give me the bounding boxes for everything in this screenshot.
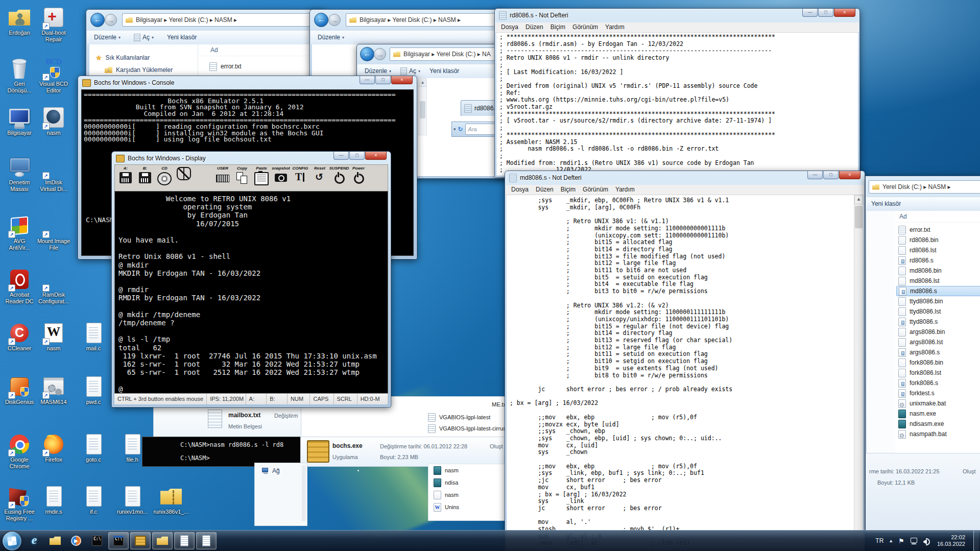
menu-item[interactable]: Yardım	[602, 22, 628, 32]
desktop-icon[interactable]: ↗ nasm	[34, 322, 73, 352]
taskbar-button[interactable]	[25, 533, 44, 549]
chevron-down-icon[interactable]: ▾	[453, 127, 456, 132]
bochs-toolbar-button[interactable]: SUSPEND	[330, 166, 348, 188]
bochs-toolbar-button[interactable]: Paste	[253, 166, 270, 188]
text-editor[interactable]: ; **************************************…	[496, 33, 858, 176]
close-button[interactable]: ×	[365, 152, 387, 160]
file-row[interactable]: md8086.bin	[896, 266, 980, 276]
taskbar-button[interactable]	[152, 532, 173, 549]
refresh-icon[interactable]: ↻	[458, 126, 463, 133]
file-row[interactable]: error.txt	[198, 61, 322, 71]
bochs-toolbar-button[interactable]: Reset	[311, 166, 328, 188]
file-row[interactable]: fork8086.s	[896, 378, 980, 388]
desktop-icon[interactable]: ↗ Erdoğan	[0, 6, 39, 36]
desktop-icon[interactable]: ↗ Acrobat Reader DC	[0, 268, 39, 305]
file-row[interactable]: md8086.s	[896, 286, 980, 296]
file-row[interactable]: fork8086.bin	[896, 357, 980, 368]
desktop-icon[interactable]: ↗ rmdir.s	[34, 485, 73, 515]
desktop-icon[interactable]: ↗ Bilgisayar	[0, 106, 39, 136]
bochs-toolbar-button[interactable]: Copy	[233, 166, 251, 188]
bochs-toolbar-button[interactable]	[195, 166, 212, 188]
column-header-name[interactable]: Ad	[895, 211, 980, 223]
volume-tray-icon[interactable]	[923, 537, 931, 544]
column-header-name[interactable]: Ad	[198, 44, 322, 56]
file-row[interactable]: nasm	[428, 464, 505, 476]
forward-button[interactable]: →	[328, 14, 341, 26]
maximize-button[interactable]: □	[818, 9, 833, 17]
minimize-button[interactable]: —	[802, 9, 818, 17]
file-row[interactable]: forktest.s	[896, 388, 980, 398]
desktop-icon[interactable]: ↗ pwd.c	[74, 375, 113, 405]
new-folder-button[interactable]: Yeni klasör	[167, 31, 197, 44]
file-row[interactable]: rd8086.bin	[896, 235, 980, 245]
menu-item[interactable]: Yardım	[612, 185, 638, 195]
close-button[interactable]: ×	[391, 76, 413, 84]
action-center-flag-icon[interactable]: ⚑	[898, 537, 904, 545]
file-row[interactable]: ttyd8086.lst	[896, 306, 980, 317]
tray-expand-icon[interactable]: ▲	[889, 538, 893, 543]
back-button[interactable]: ←	[90, 13, 105, 27]
desktop-icon[interactable]: ↗ mail.c	[74, 322, 113, 352]
bochs-toolbar-button[interactable]: CD	[156, 166, 173, 188]
file-row[interactable]: md8086.lst	[896, 276, 980, 286]
address-bar[interactable]: Bilgisayar ▸ Yerel Disk (C:) ▸ NASM ▸	[346, 13, 506, 27]
desktop-icon[interactable]: ↗ Denetim Masası	[0, 156, 39, 193]
maximize-button[interactable]: □	[349, 152, 365, 160]
clock[interactable]: 22:02 16.03.2022	[937, 534, 965, 547]
desktop-icon[interactable]: ↗ CCleaner	[0, 322, 39, 352]
file-row[interactable]: ttyd8086.bin	[896, 296, 980, 306]
bochs-toolbar-button[interactable]: A:	[117, 166, 134, 188]
menu-item[interactable]: Biçim	[547, 22, 569, 32]
file-row[interactable]: args8086.bin	[896, 327, 980, 337]
address-bar[interactable]: Bilgisayar ▸ Yerel Disk (C:) ▸ NA	[390, 47, 510, 61]
menu-item[interactable]: Dosya	[497, 22, 522, 32]
desktop-icon[interactable]: ↗ nasm	[34, 106, 73, 136]
open-menu-button[interactable]: Aç▾	[134, 31, 154, 44]
bochs-toolbar-button[interactable]: USER	[214, 166, 231, 188]
menu-item[interactable]: Görünüm	[569, 22, 602, 32]
organize-menu-button[interactable]: Düzenle▾	[94, 31, 121, 44]
sidebar-item-network[interactable]: Ağ	[255, 463, 307, 474]
menu-item[interactable]: Görünüm	[579, 185, 612, 195]
emulated-screen[interactable]: Welcome to RETRO UNIX 8086 v1 operating …	[114, 191, 388, 394]
file-row[interactable]: ttyd8086.s	[896, 317, 980, 327]
menu-item[interactable]: Düzen	[532, 185, 557, 195]
address-bar[interactable]: Bilgisayar ▸ Yerel Disk (C:) ▸ NASM ▸	[122, 13, 313, 27]
file-row[interactable]: error.txt	[896, 225, 980, 235]
address-bar[interactable]: Yerel Disk (C:) ▸ NASM ▸	[869, 180, 980, 194]
taskbar-button[interactable]	[130, 532, 151, 549]
maximize-button[interactable]: □	[375, 76, 391, 84]
taskbar-button[interactable]	[66, 533, 86, 549]
file-row[interactable]: VGABIOS-lgpl-latest	[425, 412, 490, 422]
scrollbar[interactable]	[302, 465, 306, 521]
file-row[interactable]: fork8086.lst	[896, 368, 980, 378]
desktop-icon[interactable]: ↗ Mount Image File	[34, 214, 73, 251]
close-button[interactable]: ×	[839, 171, 861, 179]
desktop-icon[interactable]: ↗ runix386v1_...	[152, 485, 190, 515]
forward-button[interactable]: →	[105, 14, 117, 26]
file-row[interactable]: rd8086.s	[896, 255, 980, 266]
menu-item[interactable]: Dosya	[508, 185, 532, 195]
desktop-icon[interactable]: ↗ Firefox	[34, 433, 73, 463]
scrollbar-thumb[interactable]	[855, 206, 863, 228]
close-button[interactable]: ×	[834, 9, 855, 17]
desktop-icon[interactable]: ↗ Geri Dönüşü...	[0, 57, 39, 94]
desktop-icon[interactable]: ↗ MASM614	[34, 375, 73, 405]
show-desktop-button[interactable]	[973, 531, 979, 551]
back-button[interactable]: ←	[314, 13, 328, 27]
back-button[interactable]: ←	[360, 47, 374, 61]
file-row[interactable]: args8086.s	[896, 347, 980, 357]
file-row[interactable]: rd8086.lst	[896, 245, 980, 255]
desktop-icon[interactable]: ↗ if.c	[74, 485, 113, 515]
taskbar-button[interactable]	[87, 533, 107, 549]
scrollbar[interactable]: ▲	[854, 195, 863, 550]
file-row[interactable]: ndisa	[428, 476, 505, 489]
taskbar-button[interactable]	[196, 532, 217, 549]
file-row[interactable]: unixmake.bat	[896, 398, 980, 409]
start-button[interactable]	[3, 532, 21, 550]
new-folder-button[interactable]: Yeni klasör	[429, 64, 459, 78]
minimize-button[interactable]: —	[807, 171, 823, 179]
desktop-icon[interactable]: ↗ ImDisk Virtual Di...	[34, 156, 73, 193]
maximize-button[interactable]: □	[823, 171, 839, 179]
file-row[interactable]: ndisasm.exe	[896, 419, 980, 429]
